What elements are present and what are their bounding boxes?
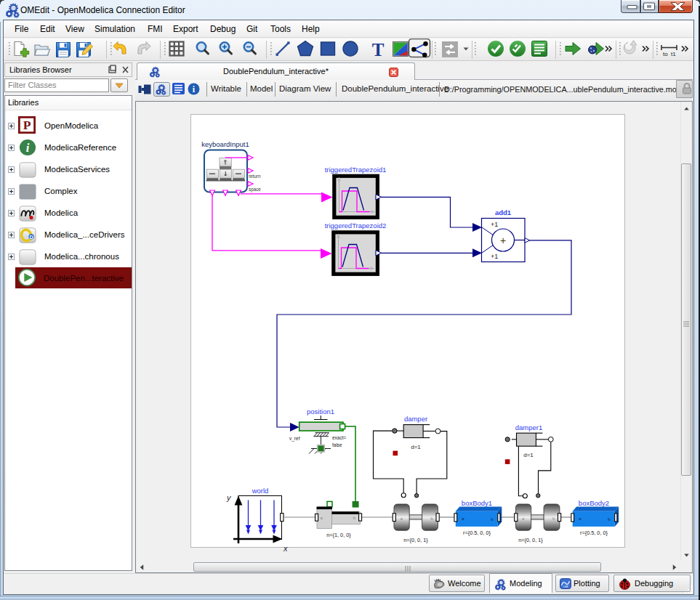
svg-text:t1: t1 (671, 51, 676, 57)
svg-text:r={0.5, 0, 0}: r={0.5, 0, 0} (463, 530, 491, 536)
svg-text:boxBody2: boxBody2 (579, 499, 609, 507)
svg-text:n={1, 0, 0}: n={1, 0, 0} (326, 532, 351, 538)
svg-text:triggeredTrapezoid2: triggeredTrapezoid2 (325, 222, 387, 230)
svg-text:d=1: d=1 (411, 444, 421, 450)
svg-text:false: false (332, 442, 342, 447)
svg-text:world: world (252, 487, 269, 495)
svg-text:+1: +1 (491, 221, 498, 228)
svg-text:D: D (29, 234, 33, 240)
svg-text:triggeredTrapezoid1: triggeredTrapezoid1 (325, 166, 387, 174)
svg-text:+: + (500, 235, 506, 246)
svg-text:x: x (283, 544, 288, 553)
svg-text:+1: +1 (491, 253, 498, 260)
svg-text:boxBody1: boxBody1 (462, 499, 492, 507)
svg-text:n={0, 0, 1}: n={0, 0, 1} (518, 537, 543, 543)
svg-text:T: T (372, 40, 385, 60)
svg-text:return: return (249, 174, 261, 179)
svg-text:add1: add1 (495, 208, 512, 216)
svg-text:damper: damper (404, 415, 427, 423)
svg-text:P: P (23, 118, 31, 132)
svg-text:d=1: d=1 (523, 452, 534, 458)
svg-text:n={0, 0, 1}: n={0, 0, 1} (403, 537, 428, 543)
svg-text:to: to (663, 51, 668, 57)
svg-text:v_ref: v_ref (289, 436, 300, 442)
svg-text:space: space (249, 187, 261, 192)
svg-text:keyboardInput1: keyboardInput1 (201, 140, 249, 148)
svg-text:damper1: damper1 (515, 423, 543, 431)
svg-text:position1: position1 (307, 408, 334, 415)
svg-text:i: i (26, 141, 30, 155)
svg-text:exact=: exact= (332, 435, 347, 440)
svg-text:OM: OM (563, 585, 568, 588)
svg-text:r={0.5, 0, 0}: r={0.5, 0, 0} (580, 530, 608, 536)
